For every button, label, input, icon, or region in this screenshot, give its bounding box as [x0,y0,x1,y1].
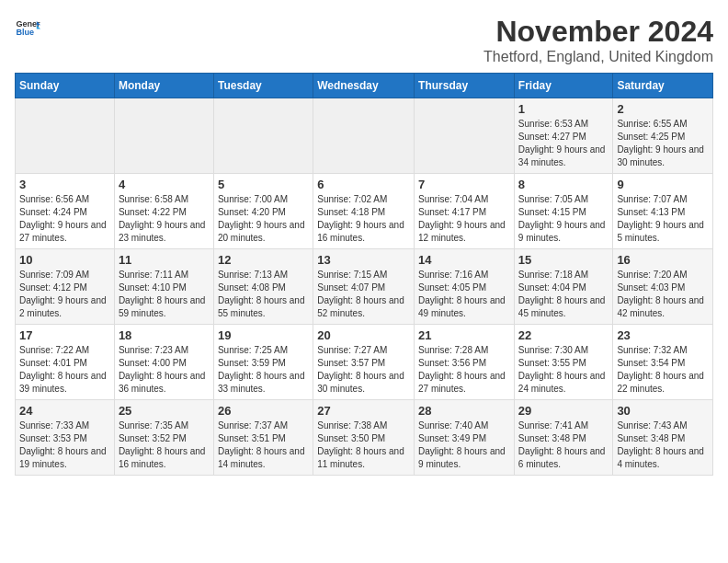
day-info: Sunrise: 7:04 AMSunset: 4:17 PMDaylight:… [418,193,510,245]
page-header: General Blue November 2024 Thetford, Eng… [15,15,713,65]
day-number: 28 [418,404,510,418]
day-number: 3 [19,178,110,191]
calendar-cell: 22Sunrise: 7:30 AMSunset: 3:55 PMDayligh… [514,325,613,400]
day-number: 11 [119,253,210,267]
day-info: Sunrise: 7:20 AMSunset: 4:03 PMDaylight:… [617,269,709,320]
day-number: 25 [119,404,210,418]
title-area: November 2024 Thetford, England, United … [483,15,713,65]
day-number: 27 [317,404,410,418]
day-info: Sunrise: 7:33 AMSunset: 3:53 PMDaylight:… [19,419,110,471]
calendar-cell: 6Sunrise: 7:02 AMSunset: 4:18 PMDaylight… [313,174,415,249]
day-info: Sunrise: 7:05 AMSunset: 4:15 PMDaylight:… [518,193,609,245]
calendar-cell: 27Sunrise: 7:38 AMSunset: 3:50 PMDayligh… [313,400,415,476]
day-number: 24 [19,404,110,418]
day-number: 23 [617,328,709,342]
day-info: Sunrise: 7:30 AMSunset: 3:55 PMDaylight:… [518,344,609,396]
calendar-cell: 10Sunrise: 7:09 AMSunset: 4:12 PMDayligh… [16,249,115,325]
day-info: Sunrise: 6:56 AMSunset: 4:24 PMDaylight:… [19,193,110,245]
day-number: 13 [317,253,410,267]
day-info: Sunrise: 7:41 AMSunset: 3:48 PMDaylight:… [518,419,609,471]
day-info: Sunrise: 7:02 AMSunset: 4:18 PMDaylight:… [317,193,410,245]
calendar-week-5: 24Sunrise: 7:33 AMSunset: 3:53 PMDayligh… [16,400,713,476]
calendar-cell: 20Sunrise: 7:27 AMSunset: 3:57 PMDayligh… [313,325,415,400]
calendar-cell: 13Sunrise: 7:15 AMSunset: 4:07 PMDayligh… [313,249,415,325]
day-number: 18 [119,328,210,342]
calendar-week-1: 1Sunrise: 6:53 AMSunset: 4:27 PMDaylight… [16,98,713,174]
day-number: 9 [617,178,709,191]
weekday-header-row: SundayMondayTuesdayWednesdayThursdayFrid… [16,74,713,98]
day-info: Sunrise: 7:27 AMSunset: 3:57 PMDaylight:… [317,344,410,396]
day-info: Sunrise: 7:16 AMSunset: 4:05 PMDaylight:… [418,269,510,320]
day-info: Sunrise: 7:11 AMSunset: 4:10 PMDaylight:… [119,269,210,320]
calendar-cell: 15Sunrise: 7:18 AMSunset: 4:04 PMDayligh… [514,249,613,325]
day-number: 14 [418,253,510,267]
day-number: 17 [19,328,110,342]
day-number: 5 [218,178,309,191]
day-number: 2 [617,102,709,116]
day-info: Sunrise: 7:37 AMSunset: 3:51 PMDaylight:… [218,419,309,471]
day-info: Sunrise: 7:07 AMSunset: 4:13 PMDaylight:… [617,193,709,245]
day-number: 10 [19,253,110,267]
calendar-cell: 28Sunrise: 7:40 AMSunset: 3:49 PMDayligh… [415,400,515,476]
calendar-cell: 1Sunrise: 6:53 AMSunset: 4:27 PMDaylight… [514,98,613,174]
calendar-cell: 7Sunrise: 7:04 AMSunset: 4:17 PMDaylight… [415,174,515,249]
calendar-cell: 16Sunrise: 7:20 AMSunset: 4:03 PMDayligh… [613,249,713,325]
calendar-week-3: 10Sunrise: 7:09 AMSunset: 4:12 PMDayligh… [16,249,713,325]
day-info: Sunrise: 7:13 AMSunset: 4:08 PMDaylight:… [218,269,309,320]
logo-icon: General Blue [15,15,40,40]
calendar-cell: 24Sunrise: 7:33 AMSunset: 3:53 PMDayligh… [16,400,115,476]
day-number: 12 [218,253,309,267]
weekday-header-saturday: Saturday [613,74,713,98]
calendar-cell: 4Sunrise: 6:58 AMSunset: 4:22 PMDaylight… [114,174,213,249]
month-title: November 2024 [483,15,713,49]
calendar-cell: 25Sunrise: 7:35 AMSunset: 3:52 PMDayligh… [114,400,213,476]
weekday-header-sunday: Sunday [16,74,115,98]
calendar-cell: 23Sunrise: 7:32 AMSunset: 3:54 PMDayligh… [613,325,713,400]
calendar-cell: 30Sunrise: 7:43 AMSunset: 3:48 PMDayligh… [613,400,713,476]
weekday-header-thursday: Thursday [415,74,515,98]
day-number: 7 [418,178,510,191]
day-number: 22 [518,328,609,342]
calendar-week-2: 3Sunrise: 6:56 AMSunset: 4:24 PMDaylight… [16,174,713,249]
day-info: Sunrise: 6:53 AMSunset: 4:27 PMDaylight:… [518,118,609,169]
calendar-cell: 29Sunrise: 7:41 AMSunset: 3:48 PMDayligh… [514,400,613,476]
calendar-cell: 26Sunrise: 7:37 AMSunset: 3:51 PMDayligh… [213,400,313,476]
calendar-cell [16,98,115,174]
weekday-header-monday: Monday [114,74,213,98]
calendar-cell [114,98,213,174]
calendar-cell [313,98,415,174]
calendar-cell: 3Sunrise: 6:56 AMSunset: 4:24 PMDaylight… [16,174,115,249]
day-info: Sunrise: 7:28 AMSunset: 3:56 PMDaylight:… [418,344,510,396]
calendar-cell: 14Sunrise: 7:16 AMSunset: 4:05 PMDayligh… [415,249,515,325]
day-number: 30 [617,404,709,418]
location-title: Thetford, England, United Kingdom [483,49,713,65]
day-number: 21 [418,328,510,342]
day-info: Sunrise: 7:32 AMSunset: 3:54 PMDaylight:… [617,344,709,396]
day-info: Sunrise: 7:38 AMSunset: 3:50 PMDaylight:… [317,419,410,471]
calendar-body: 1Sunrise: 6:53 AMSunset: 4:27 PMDaylight… [16,98,713,476]
calendar-cell: 8Sunrise: 7:05 AMSunset: 4:15 PMDaylight… [514,174,613,249]
calendar-cell: 18Sunrise: 7:23 AMSunset: 4:00 PMDayligh… [114,325,213,400]
day-info: Sunrise: 7:23 AMSunset: 4:00 PMDaylight:… [119,344,210,396]
day-info: Sunrise: 7:18 AMSunset: 4:04 PMDaylight:… [518,269,609,320]
calendar-table: SundayMondayTuesdayWednesdayThursdayFrid… [15,73,713,476]
calendar-cell: 19Sunrise: 7:25 AMSunset: 3:59 PMDayligh… [213,325,313,400]
day-info: Sunrise: 7:40 AMSunset: 3:49 PMDaylight:… [418,419,510,471]
day-info: Sunrise: 7:43 AMSunset: 3:48 PMDaylight:… [617,419,709,471]
day-number: 20 [317,328,410,342]
calendar-cell: 5Sunrise: 7:00 AMSunset: 4:20 PMDaylight… [213,174,313,249]
day-number: 29 [518,404,609,418]
calendar-week-4: 17Sunrise: 7:22 AMSunset: 4:01 PMDayligh… [16,325,713,400]
calendar-cell: 9Sunrise: 7:07 AMSunset: 4:13 PMDaylight… [613,174,713,249]
calendar-cell: 21Sunrise: 7:28 AMSunset: 3:56 PMDayligh… [415,325,515,400]
svg-text:Blue: Blue [16,28,34,37]
day-info: Sunrise: 7:15 AMSunset: 4:07 PMDaylight:… [317,269,410,320]
day-info: Sunrise: 6:58 AMSunset: 4:22 PMDaylight:… [119,193,210,245]
day-info: Sunrise: 7:09 AMSunset: 4:12 PMDaylight:… [19,269,110,320]
day-number: 4 [119,178,210,191]
day-number: 26 [218,404,309,418]
calendar-cell [415,98,515,174]
calendar-header: SundayMondayTuesdayWednesdayThursdayFrid… [16,74,713,98]
day-number: 1 [518,102,609,116]
calendar-cell: 17Sunrise: 7:22 AMSunset: 4:01 PMDayligh… [16,325,115,400]
